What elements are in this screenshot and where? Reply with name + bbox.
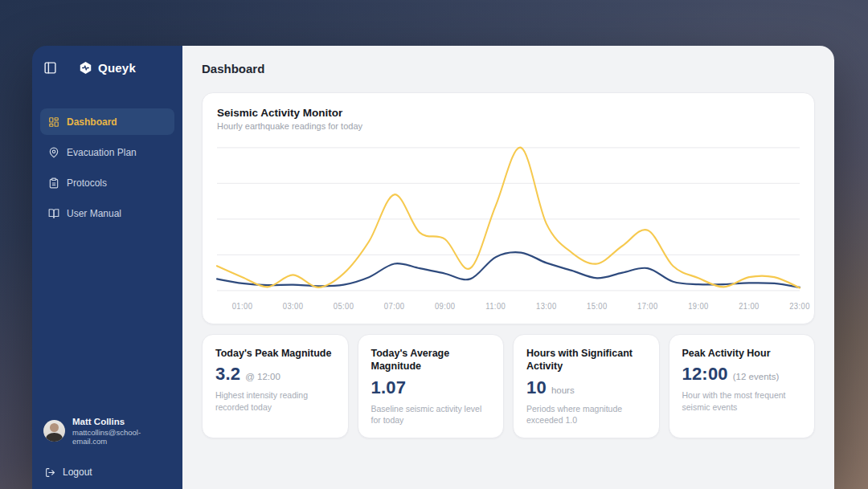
dashboard-icon [48,116,59,128]
sidebar-item-dashboard[interactable]: Dashboard [40,108,174,135]
stat-description: Highest intensity reading recorded today [215,389,335,413]
book-open-icon [48,208,59,219]
stat-title: Peak Activity Hour [682,347,802,360]
user-profile[interactable]: Matt Collins mattcollins@school-email.co… [43,416,171,446]
desktop-background: { "sidebar": { "brand": "Queyk", "items"… [0,0,868,489]
stat-value: 12:00 [682,364,728,385]
stat-suffix: (12 events) [733,372,780,381]
logout-button[interactable]: Logout [43,463,171,481]
sidebar-item-label: User Manual [67,208,121,219]
sidebar-item-label: Dashboard [67,116,117,128]
svg-text:23:00: 23:00 [789,302,810,312]
avatar [43,420,65,442]
svg-text:07:00: 07:00 [384,302,405,312]
stat-value: 1.07 [371,377,407,398]
brand-name: Queyk [98,61,136,75]
chart-subtitle: Hourly earthquake readings for today [217,121,800,131]
stat-description: Hour with the most frequent seismic even… [682,389,802,413]
stat-title: Today's Peak Magnitude [215,347,335,360]
series-average-magnitude [217,252,800,287]
sidebar-header: Queyk [32,46,182,89]
svg-text:05:00: 05:00 [334,302,354,312]
svg-text:17:00: 17:00 [637,302,658,312]
stats-row: Today's Peak Magnitude 3.2 @ 12:00 Highe… [202,334,815,438]
sidebar-nav: Dashboard Evacuation Plan Protocols User… [32,108,182,226]
svg-text:13:00: 13:00 [536,302,557,312]
svg-text:01:00: 01:00 [232,302,253,312]
sidebar-item-protocols[interactable]: Protocols [40,169,174,196]
map-pin-icon [48,147,59,158]
queyk-logo-icon [79,61,92,75]
svg-text:09:00: 09:00 [435,302,456,312]
stat-card-peak-magnitude: Today's Peak Magnitude 3.2 @ 12:00 Highe… [202,334,349,438]
stat-value: 3.2 [215,364,240,385]
clipboard-icon [48,177,59,189]
sidebar-item-label: Protocols [67,177,107,189]
stat-description: Periods where magnitude exceeded 1.0 [526,403,646,426]
stat-description: Baseline seismic activity level for toda… [371,403,491,426]
stat-card-average-magnitude: Today's Average Magnitude 1.07 Baseline … [358,334,505,438]
logout-label: Logout [63,467,92,478]
series-peak-magnitude [217,148,800,288]
main-content: Dashboard Seismic Activity Monitor Hourl… [182,46,834,489]
app-window: Queyk Dashboard Evacuation Plan Protocol… [32,46,834,489]
svg-text:21:00: 21:00 [739,302,760,312]
sidebar-item-user-manual[interactable]: User Manual [40,200,174,226]
stat-card-significant-hours: Hours with Significant Activity 10 hours… [513,334,660,438]
stat-title: Today's Average Magnitude [371,347,491,373]
user-name: Matt Collins [72,416,171,428]
stat-title: Hours with Significant Activity [526,347,646,373]
seismic-chart: 01:0003:0005:0007:0009:0011:0013:0015:00… [217,141,800,316]
seismic-activity-card: Seismic Activity Monitor Hourly earthqua… [202,92,815,324]
sidebar-item-evacuation-plan[interactable]: Evacuation Plan [40,139,174,165]
line-chart: 01:0003:0005:0007:0009:0011:0013:0015:00… [217,141,800,316]
stat-card-peak-activity-hour: Peak Activity Hour 12:00 (12 events) Hou… [669,334,816,438]
user-email: mattcollins@school-email.com [72,428,171,446]
page-title: Dashboard [202,62,815,75]
sidebar-toggle-icon[interactable] [43,61,57,75]
chart-title: Seismic Activity Monitor [217,107,800,119]
logout-icon [45,467,55,478]
sidebar-footer: Matt Collins mattcollins@school-email.co… [32,416,182,489]
stat-suffix: hours [551,385,575,395]
stat-value: 10 [526,377,547,398]
svg-text:11:00: 11:00 [485,302,506,312]
svg-text:19:00: 19:00 [688,302,709,312]
stat-suffix: @ 12:00 [245,372,280,381]
sidebar: Queyk Dashboard Evacuation Plan Protocol… [32,46,182,489]
sidebar-item-label: Evacuation Plan [67,147,137,158]
svg-text:15:00: 15:00 [587,302,608,312]
svg-text:03:00: 03:00 [283,302,304,312]
